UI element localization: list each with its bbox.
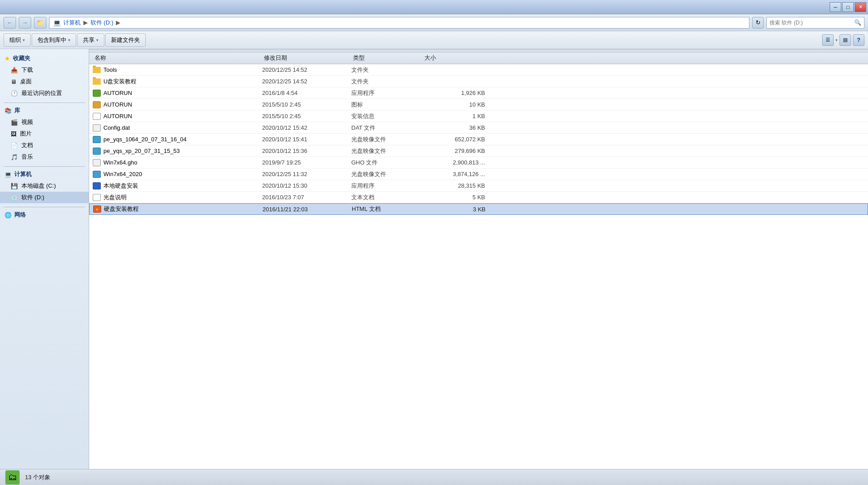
up-button[interactable]: 📁 bbox=[34, 17, 46, 29]
table-row[interactable]: 本地硬盘安装2020/10/12 15:30应用程序28,315 KB bbox=[89, 180, 868, 192]
library-icon: 📚 bbox=[4, 107, 12, 114]
file-name-text: pe_yqs_1064_20_07_31_16_04 bbox=[103, 136, 187, 143]
view-dropdown-icon[interactable]: ▾ bbox=[835, 38, 838, 42]
file-type: 文本文档 bbox=[351, 193, 423, 201]
search-icon: 🔍 bbox=[854, 19, 861, 26]
sidebar-item-music[interactable]: 🎵 音乐 bbox=[0, 151, 89, 163]
sidebar-item-local-c[interactable]: 💾 本地磁盘 (C:) bbox=[0, 180, 89, 192]
table-row[interactable]: AUTORUN2015/5/10 2:45图标10 KB bbox=[89, 99, 868, 111]
file-date: 2020/10/12 15:30 bbox=[262, 182, 351, 189]
title-bar: ─ □ ✕ bbox=[0, 0, 868, 14]
file-name-text: Tools bbox=[103, 66, 117, 73]
maximize-button[interactable]: □ bbox=[842, 2, 854, 12]
sidebar: ★ 收藏夹 📥 下载 🖥 桌面 🕐 最近访问的位置 📚 库 bbox=[0, 49, 89, 469]
preview-button[interactable]: ▤ bbox=[839, 34, 851, 46]
library-header[interactable]: 📚 库 bbox=[0, 105, 89, 116]
breadcrumb-computer[interactable]: 计算机 bbox=[63, 19, 81, 27]
address-bar: ← → 📁 💻 计算机 ▶ 软件 (D:) ▶ ↻ 🔍 bbox=[0, 14, 868, 31]
title-bar-buttons: ─ □ ✕ bbox=[830, 2, 866, 12]
table-row[interactable]: Win7x64.gho2019/9/7 19:25GHO 文件2,900,813… bbox=[89, 157, 868, 169]
file-date: 2016/10/23 7:07 bbox=[262, 194, 351, 201]
file-size: 2,900,813 ... bbox=[423, 159, 485, 166]
desktop-icon: 🖥 bbox=[11, 78, 16, 85]
favorites-header[interactable]: ★ 收藏夹 bbox=[0, 53, 89, 64]
col-header-date[interactable]: 修改日期 bbox=[262, 54, 351, 62]
organize-label: 组织 bbox=[9, 36, 21, 44]
table-row[interactable]: AUTORUN2016/1/8 4:54应用程序1,926 KB bbox=[89, 87, 868, 99]
breadcrumb-sep-1: ▶ bbox=[83, 19, 88, 26]
sidebar-divider-2 bbox=[4, 166, 85, 167]
computer-title: 计算机 bbox=[14, 170, 32, 178]
sidebar-item-doc[interactable]: 📄 文档 bbox=[0, 140, 89, 151]
col-header-name[interactable]: 名称 bbox=[93, 54, 262, 62]
file-date: 2020/12/25 14:52 bbox=[262, 66, 351, 73]
breadcrumb-software-d[interactable]: 软件 (D:) bbox=[91, 19, 113, 27]
minimize-button[interactable]: ─ bbox=[830, 2, 841, 12]
search-input[interactable] bbox=[769, 20, 852, 26]
help-button[interactable]: ? bbox=[853, 34, 864, 46]
table-row[interactable]: pe_yqs_1064_20_07_31_16_042020/10/12 15:… bbox=[89, 134, 868, 145]
table-row[interactable]: 光盘说明2016/10/23 7:07文本文档5 KB bbox=[89, 192, 868, 203]
sidebar-item-recent[interactable]: 🕐 最近访问的位置 bbox=[0, 87, 89, 99]
sidebar-divider-1 bbox=[4, 103, 85, 103]
sidebar-item-software-d[interactable]: 💿 软件 (D:) bbox=[0, 192, 89, 203]
refresh-button[interactable]: ↻ bbox=[752, 17, 764, 29]
file-type: 文件夹 bbox=[351, 78, 423, 86]
download-label: 下载 bbox=[21, 66, 33, 74]
file-name-text: Win7x64.gho bbox=[103, 159, 137, 166]
table-row[interactable]: pe_yqs_xp_20_07_31_15_532020/10/12 15:36… bbox=[89, 145, 868, 157]
share-button[interactable]: 共享 ▾ bbox=[77, 33, 104, 47]
file-type: 应用程序 bbox=[351, 182, 423, 190]
file-size: 5 KB bbox=[423, 194, 485, 201]
toolbar-right: ☰ ▾ ▤ ? bbox=[822, 34, 864, 46]
col-header-type[interactable]: 类型 bbox=[351, 54, 423, 62]
address-path: 💻 计算机 ▶ 软件 (D:) ▶ bbox=[49, 17, 749, 29]
organize-button[interactable]: 组织 ▾ bbox=[4, 33, 31, 47]
file-type: GHO 文件 bbox=[351, 159, 423, 167]
share-label: 共享 bbox=[83, 36, 95, 44]
file-date: 2020/10/12 15:36 bbox=[262, 148, 351, 154]
new-folder-button[interactable]: 新建文件夹 bbox=[105, 33, 146, 47]
image-icon: 🖼 bbox=[11, 131, 16, 137]
table-row[interactable]: e硬盘安装教程2016/11/21 22:03HTML 文档3 KB bbox=[89, 203, 868, 215]
include-library-button[interactable]: 包含到库中 ▾ bbox=[32, 33, 76, 47]
file-name-text: AUTORUN bbox=[103, 90, 132, 96]
back-button[interactable]: ← bbox=[4, 17, 16, 29]
sidebar-item-video[interactable]: 🎬 视频 bbox=[0, 116, 89, 128]
search-box: 🔍 bbox=[766, 17, 864, 29]
sidebar-item-download[interactable]: 📥 下载 bbox=[0, 64, 89, 76]
image-label: 图片 bbox=[20, 130, 32, 138]
file-list: Tools2020/12/25 14:52文件夹U盘安装教程2020/12/25… bbox=[89, 64, 868, 469]
breadcrumb-sep-2: ▶ bbox=[116, 19, 120, 26]
file-list-header: 名称 修改日期 类型 大小 bbox=[89, 52, 868, 64]
computer-header[interactable]: 💻 计算机 bbox=[0, 169, 89, 180]
table-row[interactable]: Win7x64_20202020/12/25 11:32光盘映像文件3,874,… bbox=[89, 169, 868, 180]
file-type: 图标 bbox=[351, 101, 423, 109]
file-name-text: 硬盘安装教程 bbox=[104, 205, 139, 213]
hdd-c-icon: 💾 bbox=[11, 183, 18, 189]
sidebar-item-image[interactable]: 🖼 图片 bbox=[0, 128, 89, 140]
table-row[interactable]: Tools2020/12/25 14:52文件夹 bbox=[89, 64, 868, 76]
network-title: 网络 bbox=[14, 211, 26, 219]
file-size: 36 KB bbox=[423, 124, 485, 131]
table-row[interactable]: Config.dat2020/10/12 15:42DAT 文件36 KB bbox=[89, 122, 868, 134]
sidebar-item-desktop[interactable]: 🖥 桌面 bbox=[0, 76, 89, 87]
music-label: 音乐 bbox=[21, 153, 33, 161]
file-date: 2016/11/21 22:03 bbox=[263, 206, 352, 213]
col-header-size[interactable]: 大小 bbox=[423, 54, 485, 62]
computer-icon: 💻 bbox=[4, 171, 12, 178]
status-app-icon: 🗂 bbox=[5, 470, 20, 485]
close-button[interactable]: ✕ bbox=[855, 2, 866, 12]
table-row[interactable]: U盘安装教程2020/12/25 14:52文件夹 bbox=[89, 76, 868, 87]
forward-button[interactable]: → bbox=[19, 17, 31, 29]
new-folder-label: 新建文件夹 bbox=[111, 36, 140, 44]
library-section: 📚 库 🎬 视频 🖼 图片 📄 文档 🎵 音乐 bbox=[0, 105, 89, 163]
file-date: 2020/12/25 14:52 bbox=[262, 78, 351, 85]
file-date: 2016/1/8 4:54 bbox=[262, 90, 351, 96]
view-button[interactable]: ☰ bbox=[822, 34, 834, 46]
file-name-text: pe_yqs_xp_20_07_31_15_53 bbox=[103, 148, 180, 154]
network-header[interactable]: 🌐 网络 bbox=[0, 209, 89, 221]
file-date: 2020/10/12 15:42 bbox=[262, 124, 351, 131]
file-type: 文件夹 bbox=[351, 66, 423, 74]
table-row[interactable]: AUTORUN2015/5/10 2:45安装信息1 KB bbox=[89, 111, 868, 122]
